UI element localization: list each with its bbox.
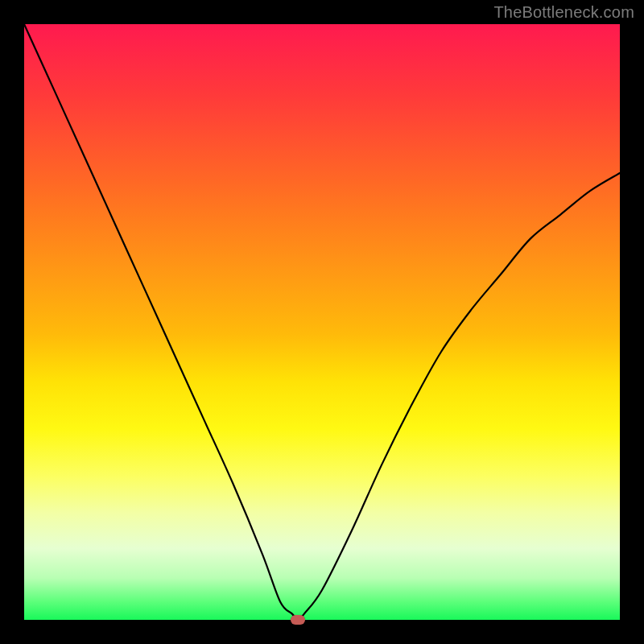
plot-area — [24, 24, 620, 620]
curve-svg — [24, 24, 620, 620]
bottleneck-curve-path — [24, 24, 620, 620]
chart-frame: TheBottleneck.com — [0, 0, 644, 644]
watermark-text: TheBottleneck.com — [493, 3, 634, 22]
marker-dot — [291, 615, 305, 625]
